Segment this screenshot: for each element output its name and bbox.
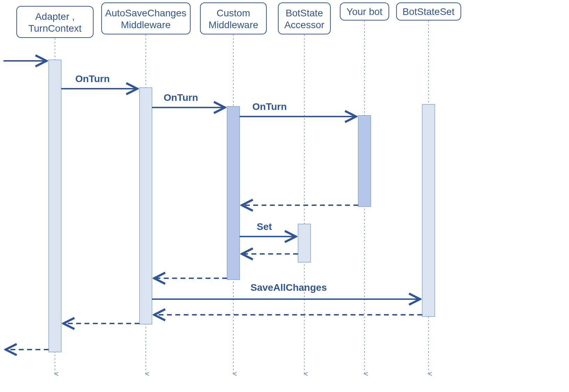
participant-accessor-label1: BotState: [286, 8, 323, 18]
activation-botstateset: [422, 104, 435, 317]
participant-autosave: AutoSaveChanges Middleware: [102, 3, 190, 34]
msg-saveall-label: SaveAllChanges: [250, 282, 327, 293]
participant-custom: Custom Middleware: [200, 3, 266, 34]
participant-botstateset-label: BotStateSet: [402, 6, 455, 17]
activation-adapter: [49, 60, 61, 352]
participant-adapter-label2: TurnContext: [28, 23, 81, 34]
participant-autosave-label1: AutoSaveChanges: [105, 8, 186, 18]
participant-custom-label1: Custom: [217, 8, 250, 18]
msg-onturn1-label: OnTurn: [75, 73, 110, 84]
activation-custom: [227, 106, 240, 280]
activation-accessor: [298, 224, 311, 262]
participant-botstateset: BotStateSet: [396, 3, 461, 20]
participant-adapter: Adapter , TurnContext: [17, 6, 93, 38]
msg-onturn2-label: OnTurn: [163, 92, 198, 103]
activation-autosave: [139, 88, 152, 324]
participant-accessor: BotState Accessor: [278, 3, 330, 34]
activation-yourbot: [358, 115, 371, 207]
msg-onturn3-label: OnTurn: [252, 101, 287, 112]
participant-custom-label2: Middleware: [208, 19, 258, 30]
msg-set-label: Set: [257, 221, 272, 232]
participant-accessor-label2: Accessor: [284, 19, 324, 30]
participant-yourbot: Your bot: [340, 3, 389, 20]
sequence-diagram: Adapter , TurnContext AutoSaveChanges Mi…: [0, 0, 569, 392]
participant-autosave-label2: Middleware: [121, 19, 170, 30]
participant-yourbot-label: Your bot: [346, 6, 382, 17]
participant-adapter-label1: Adapter ,: [35, 11, 75, 22]
